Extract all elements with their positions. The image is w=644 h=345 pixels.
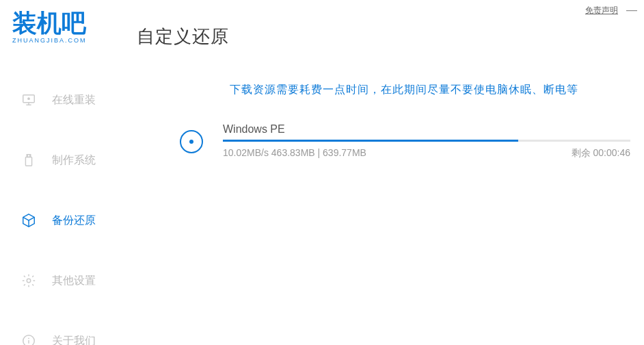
download-notice: 下载资源需要耗费一点时间，在此期间尽量不要使电脑休眠、断电等 — [178, 83, 630, 97]
monitor-icon — [21, 92, 37, 108]
disc-icon — [178, 128, 205, 155]
sidebar-item-backup-restore[interactable]: 备份还原 — [0, 203, 137, 238]
svg-rect-2 — [25, 157, 31, 166]
svg-point-9 — [28, 337, 29, 339]
download-remaining: 剩余 00:00:46 — [572, 147, 630, 159]
download-item-name: Windows PE — [223, 123, 630, 136]
main-content: 自定义还原 下载资源需要耗费一点时间，在此期间尽量不要使电脑休眠、断电等 Win… — [137, 25, 630, 159]
gear-icon — [21, 272, 37, 289]
topbar: 免责声明 — — [585, 4, 637, 16]
logo-text-url: ZHUANGJIBA.COM — [12, 37, 87, 44]
logo-text-cn: 装机吧 — [12, 10, 87, 37]
disclaimer-link[interactable]: 免责声明 — [585, 5, 618, 16]
svg-point-6 — [27, 279, 31, 283]
progress-bar — [223, 140, 630, 142]
sidebar-item-label: 其他设置 — [52, 274, 96, 288]
download-stats: 10.02MB/s 463.83MB | 639.77MB 剩余 00:00:4… — [223, 147, 630, 159]
svg-point-11 — [189, 140, 193, 144]
cube-icon — [21, 212, 37, 229]
svg-point-7 — [23, 335, 35, 345]
svg-point-1 — [27, 97, 30, 100]
sidebar-item-label: 关于我们 — [52, 334, 96, 346]
download-body: Windows PE 10.02MB/s 463.83MB | 639.77MB… — [223, 123, 630, 159]
info-icon — [21, 333, 37, 345]
sidebar-item-other-settings[interactable]: 其他设置 — [0, 263, 137, 298]
sidebar-item-label: 制作系统 — [52, 153, 96, 168]
minimize-button[interactable]: — — [626, 4, 637, 16]
page-title: 自定义还原 — [137, 25, 630, 49]
usb-icon — [21, 152, 37, 168]
download-row: Windows PE 10.02MB/s 463.83MB | 639.77MB… — [178, 123, 630, 159]
app-logo: 装机吧 ZHUANGJIBA.COM — [12, 7, 115, 48]
sidebar-item-online-reinstall[interactable]: 在线重装 — [0, 82, 137, 118]
sidebar-item-about-us[interactable]: 关于我们 — [0, 323, 137, 345]
sidebar-item-label: 在线重装 — [52, 93, 96, 107]
sidebar-item-make-system[interactable]: 制作系统 — [0, 142, 137, 178]
sidebar: 在线重装 制作系统 备份还原 其他设置 — [0, 82, 137, 345]
progress-fill — [223, 140, 518, 142]
download-speed-size: 10.02MB/s 463.83MB | 639.77MB — [223, 147, 366, 159]
sidebar-item-label: 备份还原 — [52, 214, 96, 228]
